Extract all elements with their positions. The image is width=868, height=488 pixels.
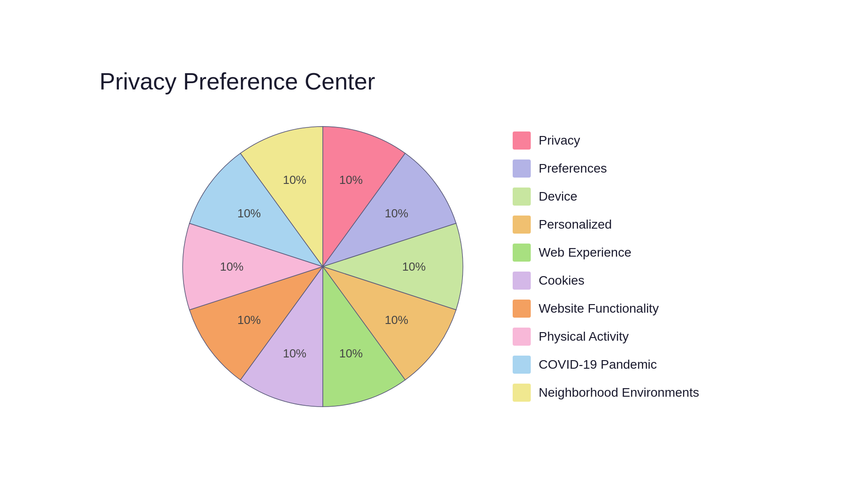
label-cookies: 10%	[283, 347, 306, 360]
legend-item-neighborhood: Neighborhood Environments	[513, 384, 699, 402]
legend-color-device	[513, 188, 531, 206]
legend-color-privacy	[513, 131, 531, 150]
legend: Privacy Preferences Device Personalized …	[513, 131, 699, 402]
label-preferences: 10%	[385, 206, 408, 220]
chart-container: 10%10%10%10%10%10%10%10%10%10% Privacy P…	[169, 113, 699, 420]
legend-label-personalized: Personalized	[539, 217, 612, 232]
legend-color-preferences	[513, 160, 531, 178]
label-website-functionality: 10%	[237, 313, 261, 327]
legend-item-web-experience: Web Experience	[513, 244, 699, 262]
legend-item-personalized: Personalized	[513, 216, 699, 234]
legend-item-website-functionality: Website Functionality	[513, 300, 699, 318]
label-personalized: 10%	[385, 313, 408, 327]
legend-label-web-experience: Web Experience	[539, 245, 632, 260]
legend-item-privacy: Privacy	[513, 131, 699, 150]
legend-item-device: Device	[513, 188, 699, 206]
legend-label-device: Device	[539, 189, 578, 204]
label-device: 10%	[402, 260, 425, 273]
legend-label-physical-activity: Physical Activity	[539, 329, 629, 344]
legend-item-cookies: Cookies	[513, 272, 699, 290]
legend-label-cookies: Cookies	[539, 273, 585, 288]
legend-label-neighborhood: Neighborhood Environments	[539, 385, 699, 400]
legend-color-personalized	[513, 216, 531, 234]
label-covid-pandemic: 10%	[237, 206, 261, 220]
label-web-experience: 10%	[339, 347, 363, 360]
legend-color-physical-activity	[513, 328, 531, 346]
legend-color-cookies	[513, 272, 531, 290]
page-title: Privacy Preference Center	[99, 68, 375, 95]
legend-label-privacy: Privacy	[539, 133, 580, 148]
legend-color-web-experience	[513, 244, 531, 262]
legend-label-preferences: Preferences	[539, 161, 607, 176]
legend-color-neighborhood	[513, 384, 531, 402]
label-physical-activity: 10%	[220, 260, 243, 273]
legend-label-website-functionality: Website Functionality	[539, 301, 659, 316]
legend-item-physical-activity: Physical Activity	[513, 328, 699, 346]
label-privacy: 10%	[339, 173, 363, 187]
legend-label-covid: COVID-19 Pandemic	[539, 357, 657, 372]
legend-color-website-functionality	[513, 300, 531, 318]
legend-color-covid	[513, 356, 531, 374]
pie-chart: 10%10%10%10%10%10%10%10%10%10%	[169, 113, 476, 420]
legend-item-preferences: Preferences	[513, 160, 699, 178]
legend-item-covid: COVID-19 Pandemic	[513, 356, 699, 374]
label-neighborhood: 10%	[283, 173, 306, 187]
